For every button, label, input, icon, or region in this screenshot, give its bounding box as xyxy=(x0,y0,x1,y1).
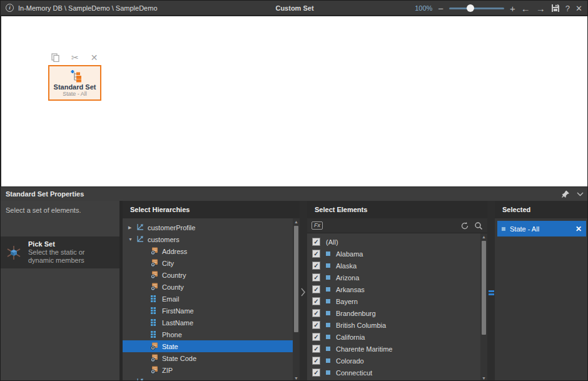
close-button[interactable]: ✕ xyxy=(575,4,582,13)
elements-list[interactable]: ✓ (All) ✓ Alabama ✓ Alaska ✓ Arizona ✓ A… xyxy=(307,233,487,381)
help-button[interactable]: ? xyxy=(565,4,570,13)
element-checkbox[interactable]: ✓ xyxy=(312,309,320,317)
zoom-in-button[interactable]: + xyxy=(510,4,515,13)
dimension-icon xyxy=(136,378,144,381)
element-list-item[interactable]: ✓ (All) xyxy=(307,236,487,248)
splitter-handle-icon[interactable] xyxy=(489,290,494,297)
element-checkbox[interactable]: ✓ xyxy=(312,345,320,353)
collapse-panel-icon[interactable] xyxy=(577,192,584,196)
element-list-item[interactable]: ✓ Alaska xyxy=(307,260,487,272)
hierarchies-header: Select Hierarchies xyxy=(123,201,300,218)
zoom-slider-knob[interactable] xyxy=(467,4,474,12)
standard-set-node[interactable]: Standard Set State - All xyxy=(48,65,101,101)
chevron-right-icon[interactable] xyxy=(300,287,306,297)
attribute-icon xyxy=(150,318,159,327)
remove-icon[interactable]: ✕ xyxy=(575,225,582,233)
element-checkbox[interactable]: ✓ xyxy=(312,262,320,270)
info-icon[interactable]: i xyxy=(6,4,14,12)
zoom-level-label: 100% xyxy=(415,4,432,12)
elements-scrollbar[interactable]: ▲ ▼ xyxy=(480,233,487,381)
design-canvas[interactable]: ✂ ✕ Standard Set State - All xyxy=(1,16,588,186)
save-icon[interactable] xyxy=(551,4,560,13)
hierarchy-tree-item[interactable]: LastName xyxy=(123,317,300,328)
element-list-item[interactable]: ✓ xyxy=(307,378,487,381)
hierarchy-tree-item[interactable]: Country xyxy=(123,269,300,281)
tree-item-label: ZIP xyxy=(162,367,173,374)
hierarchy-tree-item[interactable]: State Code xyxy=(123,352,300,364)
hierarchy-icon xyxy=(150,366,159,374)
hierarchy-tree-item[interactable]: Phone xyxy=(123,328,300,340)
element-label: California xyxy=(336,333,365,341)
scrollbar-thumb[interactable] xyxy=(294,226,298,332)
hierarchy-tree-item[interactable]: County xyxy=(123,281,300,293)
dimension-icon xyxy=(136,223,144,231)
scroll-down-icon[interactable]: ▼ xyxy=(480,375,487,381)
resize-splitter[interactable] xyxy=(487,201,495,381)
hierarchy-tree-item[interactable]: Email xyxy=(123,293,300,305)
element-checkbox[interactable]: ✓ xyxy=(312,333,320,341)
element-label: Brandenburg xyxy=(336,310,376,317)
element-checkbox[interactable]: ✓ xyxy=(312,273,320,282)
hierarchy-icon xyxy=(150,283,159,291)
expander-icon[interactable]: ▼ xyxy=(128,237,136,241)
pick-set-item[interactable]: Pick Set Select the static or dynamic me… xyxy=(1,236,119,268)
element-list-item[interactable]: ✓ Alabama xyxy=(307,248,487,260)
hierarchy-tree-item[interactable]: ▼ customers xyxy=(123,233,300,245)
zoom-slider[interactable] xyxy=(449,4,504,12)
element-list-item[interactable]: ✓ Brandenburg xyxy=(307,307,487,319)
zoom-out-button[interactable]: − xyxy=(438,4,444,13)
element-label: Arizona xyxy=(336,274,359,282)
copy-icon[interactable] xyxy=(51,53,59,62)
element-checkbox[interactable]: ✓ xyxy=(312,357,320,365)
refresh-icon[interactable] xyxy=(460,221,469,230)
hierarchy-tree[interactable]: ▶ customerProfile ▼ customers Address Ci… xyxy=(123,218,300,381)
scrollbar-thumb[interactable] xyxy=(482,241,486,335)
hierarchy-tree-item[interactable]: Address xyxy=(123,245,300,257)
selected-set-chip[interactable]: State - All ✕ xyxy=(497,221,586,236)
filter-expression-icon[interactable]: Fx xyxy=(312,221,323,230)
element-checkbox[interactable]: ✓ xyxy=(312,238,320,246)
element-checkbox[interactable]: ✓ xyxy=(312,368,320,377)
tree-item-label: City xyxy=(162,260,174,267)
hierarchy-tree-item[interactable]: State xyxy=(123,340,300,352)
pick-set-title: Pick Set xyxy=(28,240,109,248)
panel-description: Select a set of elements. xyxy=(1,201,119,220)
element-list-item[interactable]: ✓ Charente Maritime xyxy=(307,343,487,355)
pin-icon[interactable] xyxy=(562,190,569,198)
tree-scrollbar[interactable]: ▲ ▼ xyxy=(293,218,300,381)
element-checkbox[interactable]: ✓ xyxy=(312,285,320,293)
element-checkbox[interactable]: ✓ xyxy=(312,250,320,258)
scroll-up-icon[interactable]: ▲ xyxy=(480,233,487,240)
element-list-item[interactable]: ✓ Bayern xyxy=(307,295,487,307)
element-checkbox[interactable]: ✓ xyxy=(312,321,320,329)
properties-title: Standard Set Properties xyxy=(1,190,84,198)
pick-set-subtitle: Select the static or dynamic members xyxy=(28,248,109,265)
element-label: Charente Maritime xyxy=(336,345,392,353)
element-checkbox[interactable]: ✓ xyxy=(312,297,320,305)
element-list-item[interactable]: ✓ California xyxy=(307,331,487,343)
element-list-item[interactable]: ✓ Connecticut xyxy=(307,367,487,378)
undo-button[interactable]: ← xyxy=(521,4,530,13)
hierarchy-tree-item[interactable]: ZIP xyxy=(123,364,300,376)
delete-icon[interactable]: ✕ xyxy=(91,53,98,62)
hierarchy-tree-item[interactable]: FirstName xyxy=(123,305,300,317)
expander-icon[interactable]: ▶ xyxy=(128,225,136,230)
hierarchy-icon xyxy=(150,283,159,291)
tree-item-label: LastName xyxy=(162,319,193,327)
scroll-down-icon[interactable]: ▼ xyxy=(293,375,300,381)
cut-icon[interactable]: ✂ xyxy=(71,53,79,62)
hierarchy-tree-item[interactable]: ▶ xyxy=(123,376,300,381)
hierarchy-icon xyxy=(150,342,159,350)
scroll-up-icon[interactable]: ▲ xyxy=(293,218,300,225)
hierarchy-tree-item[interactable]: ▶ customerProfile xyxy=(123,221,300,233)
element-list-item[interactable]: ✓ Arkansas xyxy=(307,283,487,295)
properties-panel: Select a set of elements. Pick Set Selec… xyxy=(1,201,588,381)
search-icon[interactable] xyxy=(474,221,483,230)
element-list-item[interactable]: ✓ British Columbia xyxy=(307,319,487,331)
element-list-item[interactable]: ✓ Arizona xyxy=(307,272,487,283)
redo-button[interactable]: → xyxy=(536,4,545,13)
hierarchy-tree-item[interactable]: City xyxy=(123,257,300,269)
collapse-splitter[interactable] xyxy=(300,201,307,381)
element-list-item[interactable]: ✓ Colorado xyxy=(307,355,487,367)
zoom-slider-track[interactable] xyxy=(449,8,504,9)
